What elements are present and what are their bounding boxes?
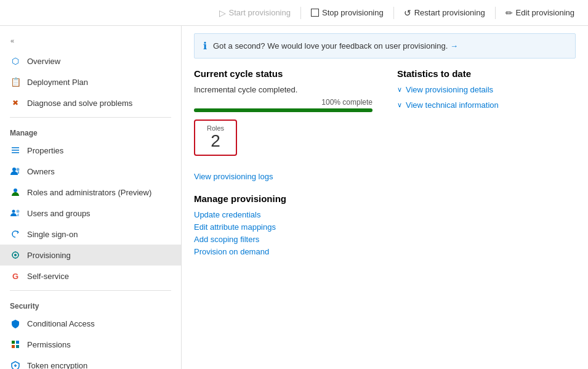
svg-rect-1	[12, 150, 19, 151]
restart-icon: ↺	[404, 8, 411, 18]
conditional-access-icon	[10, 318, 21, 329]
update-credentials-link[interactable]: Update credentials	[194, 210, 373, 219]
permissions-icon	[10, 339, 21, 350]
deployment-plan-icon: 📋	[10, 76, 21, 87]
edit-provisioning-button[interactable]: ✏ Edit provisioning	[499, 5, 581, 21]
roles-number: 2	[204, 132, 227, 151]
view-provisioning-details-item[interactable]: ∨ View provisioning details	[397, 85, 576, 94]
left-column: Current cycle status Incremental cycle c…	[194, 68, 373, 259]
progress-bar-fill	[194, 108, 373, 112]
progress-bar-track	[194, 108, 373, 112]
provision-on-demand-link[interactable]: Provision on demand	[194, 247, 373, 256]
svg-point-9	[14, 254, 17, 256]
chevron-down-icon-technical: ∨	[397, 101, 402, 109]
view-technical-information-item[interactable]: ∨ View technical information	[397, 100, 576, 110]
owners-icon	[10, 166, 21, 177]
self-service-icon: G	[10, 270, 21, 282]
start-provisioning-button[interactable]: ▷ Start provisioning	[213, 5, 297, 21]
view-technical-information-label: View technical information	[406, 100, 499, 110]
sidebar-item-token-encryption[interactable]: Token encryption	[0, 355, 181, 369]
statistics-title: Statistics to date	[397, 68, 576, 79]
sidebar-item-owners[interactable]: Owners	[0, 161, 181, 182]
toolbar-divider-3	[495, 7, 496, 19]
view-provisioning-logs-link[interactable]: View provisioning logs	[194, 172, 273, 181]
sidebar-item-properties[interactable]: Properties	[0, 140, 181, 161]
right-column: Statistics to date ∨ View provisioning d…	[397, 68, 576, 259]
cycle-status-text: Incremental cycle completed.	[194, 85, 373, 94]
sidebar-item-permissions[interactable]: Permissions	[0, 334, 181, 355]
sidebar-item-diagnose[interactable]: ✖ Diagnose and solve problems	[0, 92, 181, 113]
sidebar-item-conditional-access[interactable]: Conditional Access	[0, 313, 181, 334]
svg-point-5	[14, 189, 17, 192]
svg-rect-2	[12, 152, 19, 153]
sidebar-collapse-button[interactable]: «	[5, 33, 20, 48]
svg-point-7	[17, 210, 20, 213]
sidebar: « ⬡ Overview 📋 Deployment Plan ✖ Diagnos…	[0, 26, 182, 369]
feedback-link[interactable]: →	[450, 41, 458, 51]
sidebar-item-deployment-plan[interactable]: 📋 Deployment Plan	[0, 71, 181, 92]
sidebar-item-provisioning[interactable]: Provisioning	[0, 245, 181, 266]
svg-point-6	[12, 210, 15, 213]
start-icon: ▷	[219, 8, 226, 18]
two-column-layout: Current cycle status Incremental cycle c…	[194, 68, 576, 259]
sidebar-item-overview[interactable]: ⬡ Overview	[0, 51, 181, 71]
svg-rect-10	[12, 341, 15, 344]
token-encryption-icon	[10, 360, 21, 369]
sidebar-item-roles[interactable]: Roles and administrators (Preview)	[0, 182, 181, 203]
add-scoping-filters-link[interactable]: Add scoping filters	[194, 235, 373, 244]
toolbar: ▷ Start provisioning Stop provisioning ↺…	[0, 0, 588, 26]
restart-provisioning-button[interactable]: ↺ Restart provisioning	[398, 5, 491, 21]
toolbar-divider-1	[300, 7, 301, 19]
sidebar-item-self-service[interactable]: G Self-service	[0, 266, 181, 286]
manage-provisioning-section: Manage provisioning Update credentials E…	[194, 193, 373, 256]
svg-rect-12	[12, 345, 15, 348]
diagnose-icon: ✖	[10, 97, 21, 108]
chevron-down-icon-details: ∨	[397, 86, 402, 94]
security-divider	[10, 290, 171, 291]
view-logs-section: View provisioning logs	[194, 169, 373, 181]
feedback-banner: ℹ Got a second? We would love your feedb…	[194, 33, 576, 59]
progress-label: 100% complete	[194, 98, 373, 107]
info-icon: ℹ	[203, 40, 207, 52]
properties-icon	[10, 145, 21, 156]
cycle-status-title: Current cycle status	[194, 68, 373, 79]
svg-rect-11	[16, 341, 19, 344]
manage-section-label: Manage	[0, 121, 181, 140]
sso-icon	[10, 229, 21, 240]
edit-attribute-mappings-link[interactable]: Edit attribute mappings	[194, 222, 373, 232]
security-section-label: Security	[0, 294, 181, 313]
svg-point-4	[17, 168, 20, 171]
roles-card: Roles 2	[194, 120, 237, 156]
roles-icon	[10, 187, 21, 198]
sidebar-item-sso[interactable]: Single sign-on	[0, 224, 181, 245]
overview-icon: ⬡	[10, 55, 21, 67]
sidebar-item-users-groups[interactable]: Users and groups	[0, 203, 181, 224]
content-area: ℹ Got a second? We would love your feedb…	[182, 26, 588, 369]
main-layout: « ⬡ Overview 📋 Deployment Plan ✖ Diagnos…	[0, 26, 588, 369]
stop-icon	[311, 9, 319, 17]
svg-rect-13	[16, 345, 19, 348]
view-provisioning-details-label: View provisioning details	[406, 85, 493, 94]
users-groups-icon	[10, 208, 21, 219]
provisioning-icon	[10, 249, 21, 261]
svg-rect-0	[12, 147, 19, 148]
manage-provisioning-title: Manage provisioning	[194, 193, 373, 204]
stop-provisioning-button[interactable]: Stop provisioning	[305, 5, 390, 20]
edit-icon: ✏	[505, 8, 513, 18]
manage-divider	[10, 117, 171, 118]
svg-point-3	[12, 168, 16, 171]
toolbar-divider-2	[393, 7, 394, 19]
